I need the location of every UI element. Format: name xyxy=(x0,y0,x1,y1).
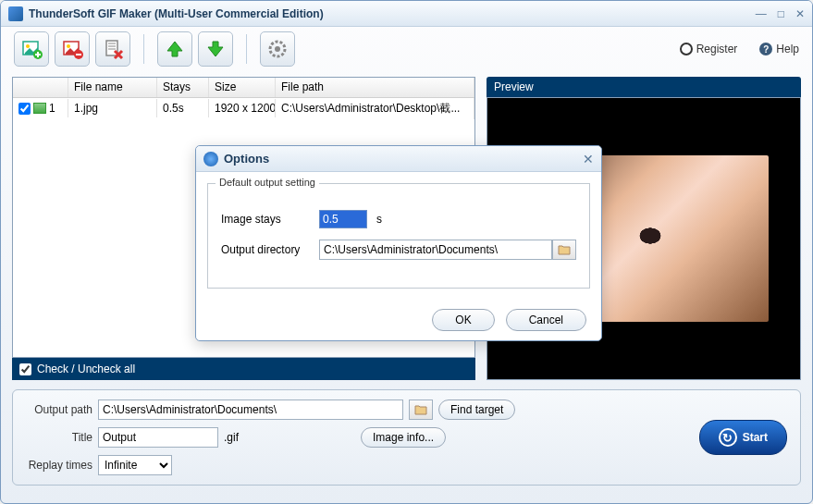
output-path-input[interactable] xyxy=(98,400,403,420)
main-window: ThunderSoft GIF Maker (Multi-User Commer… xyxy=(0,0,813,504)
row-filepath: C:\Users\Administrator\Desktop\截... xyxy=(276,98,474,119)
move-up-button[interactable] xyxy=(157,31,192,67)
app-icon xyxy=(8,6,23,21)
ok-button[interactable]: OK xyxy=(432,309,494,331)
help-label: Help xyxy=(776,43,799,55)
svg-point-4 xyxy=(67,44,70,48)
table-row[interactable]: 1 1.jpg 0.5s 1920 x 1200 C:\Users\Admini… xyxy=(13,98,474,118)
close-button[interactable]: ✕ xyxy=(795,7,805,20)
image-stays-unit: s xyxy=(376,213,382,226)
image-stays-label: Image stays xyxy=(221,213,310,226)
preview-title: Preview xyxy=(487,77,801,97)
check-all-label: Check / Uncheck all xyxy=(37,363,135,375)
row-size: 1920 x 1200 xyxy=(209,99,276,117)
register-icon xyxy=(680,43,693,55)
title-label: Title xyxy=(26,431,92,444)
clear-list-button[interactable] xyxy=(95,31,130,67)
image-info-button[interactable]: Image info... xyxy=(361,427,446,448)
browse-output-button[interactable] xyxy=(409,400,433,420)
output-dir-label: Output directory xyxy=(221,243,310,256)
svg-point-8 xyxy=(275,46,280,52)
register-link[interactable]: Register xyxy=(680,43,738,55)
svg-point-1 xyxy=(26,44,30,48)
dialog-title: Options xyxy=(224,152,583,166)
minimize-button[interactable]: — xyxy=(756,7,767,20)
list-header: File name Stays Size File path xyxy=(13,78,474,98)
dialog-close-button[interactable]: ✕ xyxy=(583,152,594,166)
title-extension: .gif xyxy=(224,431,239,444)
row-filename: 1.jpg xyxy=(68,99,157,117)
remove-image-button[interactable] xyxy=(55,31,90,67)
add-image-button[interactable] xyxy=(14,31,49,67)
start-label: Start xyxy=(743,431,768,444)
replay-label: Replay times xyxy=(26,459,92,472)
row-stays: 0.5s xyxy=(157,99,209,117)
move-down-button[interactable] xyxy=(198,31,233,67)
check-all-checkbox[interactable] xyxy=(19,363,31,375)
window-title: ThunderSoft GIF Maker (Multi-User Commer… xyxy=(29,7,756,20)
col-filepath[interactable]: File path xyxy=(276,78,474,97)
col-filename[interactable]: File name xyxy=(68,78,157,97)
output-dir-input[interactable] xyxy=(319,240,552,260)
help-icon: ? xyxy=(759,43,772,55)
image-stays-input[interactable] xyxy=(319,210,367,228)
maximize-button[interactable]: □ xyxy=(778,7,784,20)
row-checkbox[interactable] xyxy=(18,103,31,115)
dialog-icon xyxy=(203,152,218,166)
find-target-button[interactable]: Find target xyxy=(438,400,515,420)
start-button[interactable]: ↻ Start xyxy=(699,420,787,455)
output-path-label: Output path xyxy=(26,403,92,416)
row-index: 1 xyxy=(49,102,55,115)
dialog-titlebar: Options ✕ xyxy=(196,146,601,172)
col-stays[interactable]: Stays xyxy=(157,78,209,97)
title-input[interactable] xyxy=(98,427,218,448)
image-icon xyxy=(33,103,46,114)
options-dialog: Options ✕ Default output setting Image s… xyxy=(195,145,602,341)
cancel-button[interactable]: Cancel xyxy=(506,309,586,331)
check-all-bar: Check / Uncheck all xyxy=(12,358,475,380)
help-link[interactable]: ? Help xyxy=(759,43,799,55)
settings-button[interactable] xyxy=(260,31,295,67)
fieldset-legend: Default output setting xyxy=(216,177,319,188)
browse-dir-button[interactable] xyxy=(552,240,576,260)
titlebar: ThunderSoft GIF Maker (Multi-User Commer… xyxy=(1,1,812,27)
replay-select[interactable]: Infinite xyxy=(98,455,172,475)
output-panel: Output path Find target Title .gif Image… xyxy=(12,389,801,486)
col-size[interactable]: Size xyxy=(209,78,276,97)
toolbar: Register ? Help xyxy=(1,27,812,71)
register-label: Register xyxy=(696,43,738,55)
start-icon: ↻ xyxy=(719,428,737,447)
default-output-fieldset: Default output setting Image stays s Out… xyxy=(207,183,590,289)
